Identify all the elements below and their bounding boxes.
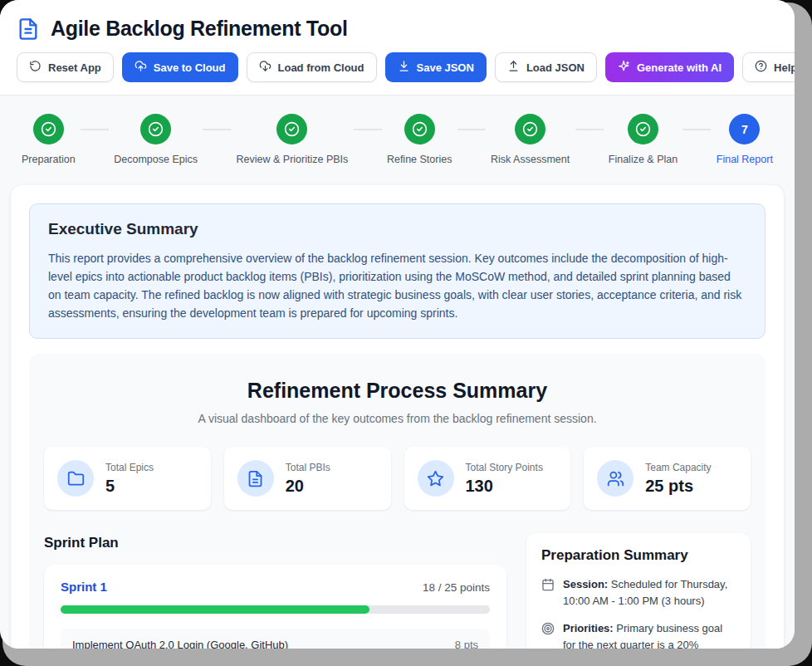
process-summary-subtitle: A visual dashboard of the key outcomes f… — [44, 412, 751, 425]
stats-row: Total Epics 5 Total PBIs 20 — [44, 447, 751, 510]
stat-value: 25 pts — [645, 477, 711, 496]
check-circle-icon — [276, 114, 307, 144]
sprint-progress-fill — [61, 605, 369, 614]
step-label: Preparation — [22, 154, 76, 165]
stat-label: Total Epics — [105, 462, 154, 473]
step-risk-assessment[interactable]: Risk Assessment — [491, 114, 570, 165]
target-icon — [541, 622, 555, 649]
progress-stepper: Preparation Decompose Epics Review & Pri… — [0, 95, 795, 179]
step-label: Risk Assessment — [491, 154, 570, 165]
prep-item-text: Priorities: Primary business goal for th… — [563, 620, 736, 649]
step-connector — [354, 129, 382, 130]
check-circle-icon — [628, 114, 658, 144]
title-row: Agile Backlog Refinement Tool — [17, 17, 778, 41]
sparkles-icon — [618, 60, 630, 75]
cloud-download-icon — [259, 60, 271, 75]
screenshot-stage: Agile Backlog Refinement Tool Reset App … — [0, 0, 812, 666]
load-json-button[interactable]: Load JSON — [495, 52, 597, 82]
step-finalize-plan[interactable]: Finalize & Plan — [609, 114, 677, 165]
save-to-cloud-button[interactable]: Save to Cloud — [122, 52, 238, 82]
file-text-icon — [237, 460, 274, 497]
reset-icon — [29, 60, 42, 75]
step-connector — [575, 129, 604, 130]
save-json-button[interactable]: Save JSON — [385, 52, 487, 82]
step-review-prioritize[interactable]: Review & Prioritize PBIs — [237, 114, 349, 165]
star-icon — [418, 460, 454, 497]
prep-item-label: Session: — [563, 578, 608, 590]
step-label: Finalize & Plan — [609, 154, 677, 165]
sprint-item[interactable]: Implement OAuth 2.0 Login (Google, GitHu… — [61, 629, 490, 649]
sprint-points-label: 18 / 25 points — [423, 581, 490, 594]
toolbar: Reset App Save to Cloud Load from Cloud … — [17, 52, 778, 95]
load-from-cloud-button[interactable]: Load from Cloud — [247, 52, 377, 82]
step-number-badge: 7 — [729, 114, 760, 144]
executive-summary-title: Executive Summary — [48, 220, 746, 238]
stat-card-total-story-points: Total Story Points 130 — [404, 447, 571, 510]
step-label: Review & Prioritize PBIs — [237, 154, 349, 165]
sprint-item-title: Implement OAuth 2.0 Login (Google, GitHu… — [72, 639, 288, 649]
reset-app-button[interactable]: Reset App — [17, 52, 114, 82]
stat-value: 20 — [286, 477, 330, 496]
step-connector — [457, 129, 486, 130]
check-circle-icon — [33, 114, 64, 144]
executive-summary-body: This report provides a comprehensive ove… — [48, 249, 746, 322]
help-button[interactable]: Help — [742, 52, 795, 82]
step-connector — [81, 129, 109, 130]
step-label: Refine Stories — [387, 154, 452, 165]
step-decompose-epics[interactable]: Decompose Epics — [114, 114, 198, 165]
calendar-icon — [541, 578, 555, 609]
stat-value: 5 — [105, 477, 154, 496]
generate-with-ai-button[interactable]: Generate with AI — [605, 52, 734, 82]
report-card: Executive Summary This report provides a… — [11, 185, 784, 649]
sprint-plan-heading: Sprint Plan — [44, 535, 506, 551]
stat-label: Total PBIs — [286, 462, 330, 473]
stat-label: Team Capacity — [645, 462, 711, 473]
process-summary-title: Refinement Process Summary — [44, 379, 751, 403]
step-refine-stories[interactable]: Refine Stories — [387, 114, 452, 165]
help-circle-icon — [755, 60, 767, 75]
app-header: Agile Backlog Refinement Tool Reset App … — [0, 0, 795, 95]
folder-icon — [57, 460, 94, 497]
prep-item-label: Priorities: — [563, 622, 614, 634]
sprint-item-list: Implement OAuth 2.0 Login (Google, GitHu… — [57, 629, 493, 649]
prep-item-priorities: Priorities: Primary business goal for th… — [541, 620, 736, 649]
app-window: Agile Backlog Refinement Tool Reset App … — [0, 0, 795, 649]
cloud-upload-icon — [135, 60, 147, 75]
step-connector — [682, 129, 711, 130]
executive-summary-box: Executive Summary This report provides a… — [29, 203, 766, 339]
check-circle-icon — [515, 114, 545, 144]
step-connector — [203, 129, 231, 130]
sprint-progress-track — [61, 605, 490, 614]
sprint-item-points: 8 pts — [455, 639, 478, 649]
step-label: Final Report — [717, 154, 773, 165]
step-preparation[interactable]: Preparation — [22, 114, 76, 165]
stat-card-team-capacity: Team Capacity 25 pts — [584, 447, 751, 510]
prep-item-session: Session: Scheduled for Thursday, 10:00 A… — [541, 576, 736, 609]
page-title: Agile Backlog Refinement Tool — [51, 17, 348, 41]
upload-icon — [507, 60, 520, 75]
preparation-summary-title: Preparation Summary — [541, 547, 736, 564]
sprint-name: Sprint 1 — [61, 580, 107, 594]
stat-card-total-epics: Total Epics 5 — [44, 447, 211, 510]
sprint-plan-column: Sprint Plan Sprint 1 18 / 25 points — [44, 533, 506, 649]
stat-label: Total Story Points — [466, 462, 543, 473]
process-summary-panel: Refinement Process Summary A visual dash… — [29, 354, 766, 649]
check-circle-icon — [404, 114, 435, 144]
check-circle-icon — [140, 114, 171, 144]
prep-item-text: Session: Scheduled for Thursday, 10:00 A… — [563, 576, 736, 609]
stat-card-total-pbis: Total PBIs 20 — [224, 447, 391, 510]
download-icon — [398, 60, 410, 75]
preparation-summary-card: Preparation Summary Session: Scheduled f… — [526, 533, 751, 649]
step-label: Decompose Epics — [114, 154, 198, 165]
file-text-icon — [17, 17, 40, 41]
sprint-header: Sprint 1 18 / 25 points — [57, 580, 493, 594]
sprint-card: Sprint 1 18 / 25 points Implement OAuth … — [44, 565, 506, 649]
step-final-report[interactable]: 7 Final Report — [717, 114, 773, 165]
stat-value: 130 — [466, 477, 543, 496]
summary-columns: Sprint Plan Sprint 1 18 / 25 points — [44, 533, 751, 649]
users-icon — [597, 460, 633, 497]
